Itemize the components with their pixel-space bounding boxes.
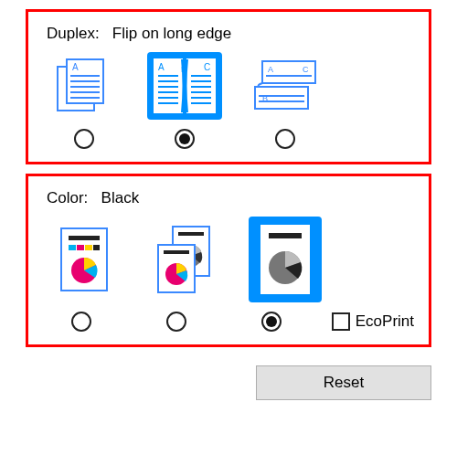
color-panel: Color: Black (26, 174, 431, 347)
svg-rect-38 (93, 245, 100, 250)
svg-rect-37 (85, 245, 92, 250)
duplex-radio-short-edge[interactable] (275, 129, 295, 149)
color-radio-black[interactable] (261, 312, 282, 332)
duplex-options: A A C (43, 50, 414, 125)
svg-rect-35 (69, 245, 76, 250)
ecoprint-checkbox[interactable]: EcoPrint (332, 312, 414, 331)
color-radios: EcoPrint (43, 308, 414, 332)
svg-rect-47 (269, 233, 302, 238)
duplex-simplex-icon: A (47, 52, 122, 120)
color-option-black[interactable] (244, 217, 326, 302)
color-title: Color: Black (47, 189, 414, 207)
reset-button[interactable]: Reset (256, 365, 431, 400)
svg-text:A: A (268, 65, 273, 74)
color-radio-auto[interactable] (166, 312, 186, 332)
svg-rect-36 (77, 245, 84, 250)
duplex-panel: Duplex: Flip on long edge A (26, 9, 431, 164)
svg-rect-44 (164, 250, 189, 254)
duplex-option-short-edge[interactable]: A C B (244, 52, 326, 120)
bottom-bar: Reset (0, 356, 457, 400)
color-value: Black (101, 189, 140, 206)
duplex-option-simplex[interactable]: A (43, 52, 125, 120)
duplex-radios (43, 125, 414, 149)
duplex-value: Flip on long edge (112, 25, 231, 42)
duplex-long-edge-icon: A C (147, 52, 222, 120)
color-label: Color: (47, 189, 88, 206)
svg-text:B: B (181, 65, 186, 74)
black-icon (249, 217, 322, 302)
duplex-radio-simplex[interactable] (74, 129, 94, 149)
svg-text:C: C (303, 65, 309, 74)
duplex-short-edge-icon: A C B (248, 52, 323, 120)
auto-color-icon (152, 220, 218, 299)
ecoprint-label: EcoPrint (356, 312, 414, 331)
svg-rect-34 (69, 236, 100, 240)
color-option-auto[interactable] (143, 220, 226, 299)
svg-text:A: A (72, 62, 79, 72)
svg-text:A: A (158, 62, 165, 72)
color-options (43, 215, 414, 308)
duplex-label: Duplex: (47, 25, 100, 42)
color-option-full[interactable] (43, 220, 125, 299)
duplex-option-long-edge[interactable]: A C (143, 52, 226, 120)
duplex-radio-long-edge[interactable] (175, 129, 195, 149)
duplex-title: Duplex: Flip on long edge (47, 25, 414, 43)
svg-text:C: C (204, 62, 210, 72)
checkbox-icon (332, 312, 350, 331)
full-color-icon (51, 220, 117, 299)
color-radio-full[interactable] (71, 312, 91, 332)
svg-rect-41 (178, 232, 204, 236)
